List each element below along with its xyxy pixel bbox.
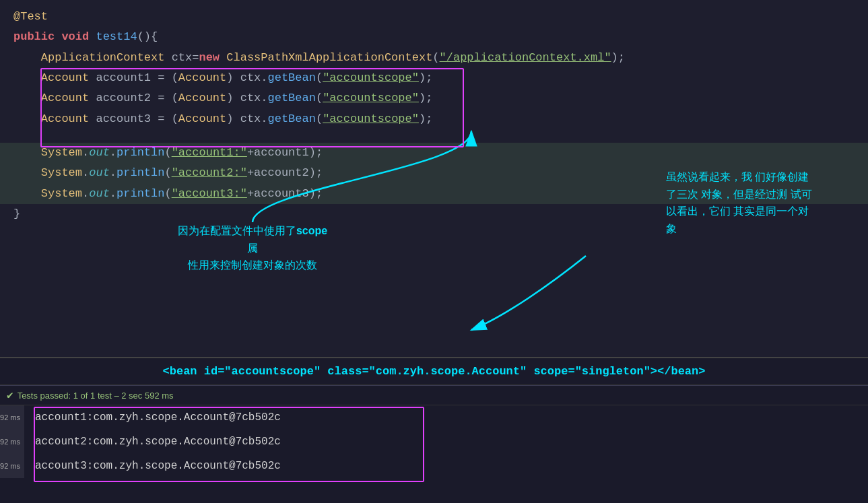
time-badge-2: 92 ms [0,430,24,454]
console-output-2: account2:com.zyh.scope.Account@7cb502c [24,436,281,448]
highlighted-code-box: Account account1 = ( Account ) ctx. getB… [0,68,868,129]
annotation-right: 虽然说看起来，我 们好像创建了三次 对象，但是经过测 试可以看出，它们 其实是同… [666,168,814,237]
console-row-1: 92 ms account1:com.zyh.scope.Account@7cb… [0,405,868,430]
console-output-1: account1:com.zyh.scope.Account@7cb502c [24,411,281,424]
console-area: 92 ms account1:com.zyh.scope.Account@7cb… [0,405,868,478]
time-badge-1: 92 ms [0,405,24,430]
console-row-2: 92 ms account2:com.zyh.scope.Account@7cb… [0,430,868,454]
console-row-3: 92 ms account3:com.zyh.scope.Account@7cb… [0,454,868,478]
code-line-1: @Test [0,0,868,27]
code-area: @Test public void test14 (){ Application… [0,0,868,357]
code-blank [0,129,868,143]
annotation-test: @Test [13,8,48,26]
code-line-3: ApplicationContext ctx= new ClassPathXml… [0,48,868,68]
code-line-println1: System . out . println ( "account1:" +ac… [0,143,868,163]
bottom-section: ✔ Tests passed: 1 of 1 test – 2 sec 592 … [0,385,868,503]
code-line-4: Account account1 = ( Account ) ctx. getB… [0,68,868,88]
code-line-6: Account account3 = ( Account ) ctx. getB… [0,109,868,129]
status-bar: ✔ Tests passed: 1 of 1 test – 2 sec 592 … [0,385,868,405]
tests-passed-label: Tests passed: 1 of 1 test – 2 sec 592 ms [18,391,174,401]
code-line-2: public void test14 (){ [0,27,868,47]
xml-bar-text: <bean id="accountscope" class="com.zyh.s… [163,365,706,378]
console-output-3: account3:com.zyh.scope.Account@7cb502c [24,460,281,472]
xml-bar: <bean id="accountscope" class="com.zyh.s… [0,357,868,385]
time-badge-3: 92 ms [0,454,24,478]
annotation-left: 因为在配置文件中使用了scope属 性用来控制创建对象的次数 [175,222,330,274]
code-line-5: Account account2 = ( Account ) ctx. getB… [0,88,868,108]
check-icon: ✔ [7,389,13,402]
